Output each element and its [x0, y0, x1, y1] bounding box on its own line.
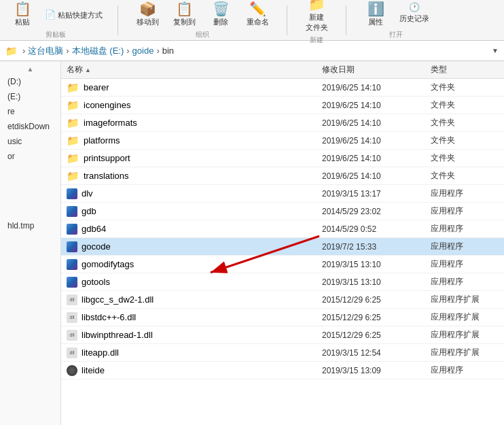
sidebar: ▲ (D:) (E:) re etdiskDown usic or hld.tm…	[0, 61, 61, 425]
breadcrumb-dropdown-arrow[interactable]: ▼	[492, 47, 499, 54]
table-row[interactable]: gdb 2014/5/29 23:02 应用程序	[61, 203, 504, 220]
sidebar-scroll-up[interactable]: ▲	[0, 64, 60, 74]
table-row[interactable]: dll libstdc++-6.dll 2015/12/29 6:25 应用程序…	[61, 309, 504, 326]
file-name-cell: liteide	[67, 365, 322, 376]
organize-section-label: 组织	[196, 30, 209, 39]
file-date: 2019/6/25 14:10	[322, 101, 431, 110]
col-type-label: 类型	[431, 64, 447, 75]
new-folder-icon: 📁	[308, 0, 325, 11]
history-icon: 🕐	[409, 2, 420, 12]
file-name: bearer	[84, 82, 109, 92]
sidebar-item-e[interactable]: (E:)	[0, 89, 60, 104]
open-group: ℹ️ 属性 🕐 历史记录 打开	[359, 1, 433, 39]
dll-icon: dll	[67, 347, 77, 358]
file-type: 文件夹	[431, 99, 499, 111]
table-row[interactable]: 📁 translations 2019/6/25 14:10 文件夹	[61, 167, 504, 185]
file-name-cell: dll libstdc++-6.dll	[67, 312, 322, 323]
paste-button[interactable]: 📋 粘贴	[5, 1, 39, 29]
file-name-cell: 📁 imageformats	[67, 117, 322, 129]
table-row[interactable]: dll liteapp.dll 2019/3/15 12:54 应用程序扩展	[61, 344, 504, 362]
col-date-header[interactable]: 修改日期	[322, 64, 431, 75]
move-icon: 📦	[139, 2, 156, 16]
file-name: gomodifytags	[82, 259, 134, 269]
exe-icon	[67, 224, 77, 235]
copy-button[interactable]: 📋 复制到	[167, 1, 201, 29]
table-row[interactable]: gotools 2019/3/15 13:10 应用程序	[61, 273, 504, 291]
table-row[interactable]: gdb64 2014/5/29 0:52 应用程序	[61, 220, 504, 238]
table-row[interactable]: liteide 2019/3/15 13:09 应用程序	[61, 362, 504, 379]
table-row[interactable]: 📁 printsupport 2019/6/25 14:10 文件夹	[61, 150, 504, 167]
copy-icon: 📋	[176, 2, 193, 16]
file-name: gocode	[82, 241, 111, 252]
file-date: 2019/3/15 12:54	[322, 348, 431, 358]
copy-label: 复制到	[173, 17, 196, 27]
sidebar-item-or[interactable]: or	[0, 149, 60, 164]
file-date: 2019/3/15 13:09	[322, 366, 431, 375]
file-type: 应用程序	[431, 223, 499, 235]
file-date: 2015/12/29 6:25	[322, 295, 431, 305]
breadcrumb-goide[interactable]: goide	[132, 46, 154, 56]
dll-icon: dll	[67, 312, 77, 323]
folder-icon: 📁	[67, 135, 79, 147]
file-type: 文件夹	[431, 170, 499, 182]
file-name: gdb64	[82, 224, 106, 234]
file-type: 文件夹	[431, 82, 499, 93]
sort-arrow-icon: ▲	[85, 67, 91, 73]
new-section-label: 新建	[310, 35, 323, 45]
file-date: 2019/6/25 14:10	[322, 83, 431, 92]
file-name: iconengines	[84, 100, 130, 110]
new-group: 📁 新建 文件夹 新建	[300, 0, 334, 45]
sidebar-item-hld[interactable]: hld.tmp	[0, 218, 60, 233]
properties-icon: ℹ️	[367, 2, 384, 16]
sidebar-item-re[interactable]: re	[0, 104, 60, 119]
sidebar-item-music[interactable]: usic	[0, 134, 60, 149]
exe-icon	[67, 277, 77, 288]
move-button[interactable]: 📦 移动到	[130, 1, 164, 29]
file-type: 应用程序	[431, 188, 499, 199]
main-container: ▲ (D:) (E:) re etdiskDown usic or hld.tm…	[0, 61, 504, 425]
breadcrumb-computer[interactable]: 这台电脑	[28, 45, 63, 57]
divider3	[346, 5, 346, 35]
dll-icon: dll	[67, 330, 77, 341]
table-row[interactable]: 📁 iconengines 2019/6/25 14:10 文件夹	[61, 97, 504, 114]
rename-button[interactable]: ✏️ 重命名	[240, 1, 274, 29]
file-name-cell: gdb64	[67, 224, 322, 235]
sidebar-spacer	[0, 164, 60, 218]
file-date: 2015/12/29 6:25	[322, 330, 431, 340]
file-date: 2019/6/25 14:10	[322, 136, 431, 146]
table-row[interactable]: gomodifytags 2019/3/15 13:10 应用程序	[61, 256, 504, 273]
file-type: 应用程序	[431, 241, 499, 252]
sidebar-item-d[interactable]: (D:)	[0, 74, 60, 89]
table-row[interactable]: dll libgcc_s_dw2-1.dll 2015/12/29 6:25 应…	[61, 291, 504, 309]
file-name-cell: dll liteapp.dll	[67, 347, 322, 358]
new-folder-button[interactable]: 📁 新建 文件夹	[300, 0, 334, 34]
file-name-cell: gocode	[67, 241, 322, 252]
table-row[interactable]: dlv 2019/3/15 13:17 应用程序	[61, 185, 504, 203]
file-type: 应用程序扩展	[431, 329, 499, 341]
sidebar-item-etdisk[interactable]: etdiskDown	[0, 119, 60, 134]
properties-label: 属性	[368, 17, 383, 27]
file-name: gotools	[82, 277, 110, 287]
col-name-header[interactable]: 名称 ▲	[67, 64, 322, 75]
organize-group: 📦 移动到 📋 复制到 🗑️ 删除 ✏️ 重命名 组织	[130, 1, 274, 39]
table-row[interactable]: gocode 2019/7/2 15:33 应用程序	[61, 238, 504, 256]
col-type-header[interactable]: 类型	[431, 64, 499, 75]
file-name-cell: dll libwinpthread-1.dll	[67, 330, 322, 341]
table-row[interactable]: 📁 bearer 2019/6/25 14:10 文件夹	[61, 79, 504, 97]
file-type: 文件夹	[431, 152, 499, 164]
table-row[interactable]: 📁 imageformats 2019/6/25 14:10 文件夹	[61, 114, 504, 132]
exe-icon	[67, 241, 77, 252]
history-button[interactable]: 🕐 历史记录	[395, 1, 433, 29]
table-row[interactable]: dll libwinpthread-1.dll 2015/12/29 6:25 …	[61, 326, 504, 344]
folder-icon: 📁	[67, 99, 79, 112]
file-name: imageformats	[84, 118, 137, 128]
delete-button[interactable]: 🗑️ 删除	[204, 1, 238, 29]
table-row[interactable]: 📁 platforms 2019/6/25 14:10 文件夹	[61, 132, 504, 150]
properties-button[interactable]: ℹ️ 属性	[359, 1, 393, 29]
file-name: platforms	[84, 135, 120, 146]
breadcrumb-disk[interactable]: 本地磁盘 (E:)	[72, 45, 124, 57]
paste-method-label: 粘贴快捷方式	[58, 10, 103, 20]
paste-method-button[interactable]: 📄 粘贴快捷方式	[42, 7, 105, 22]
file-date: 2019/6/25 14:10	[322, 154, 431, 163]
file-name-cell: dlv	[67, 188, 322, 199]
